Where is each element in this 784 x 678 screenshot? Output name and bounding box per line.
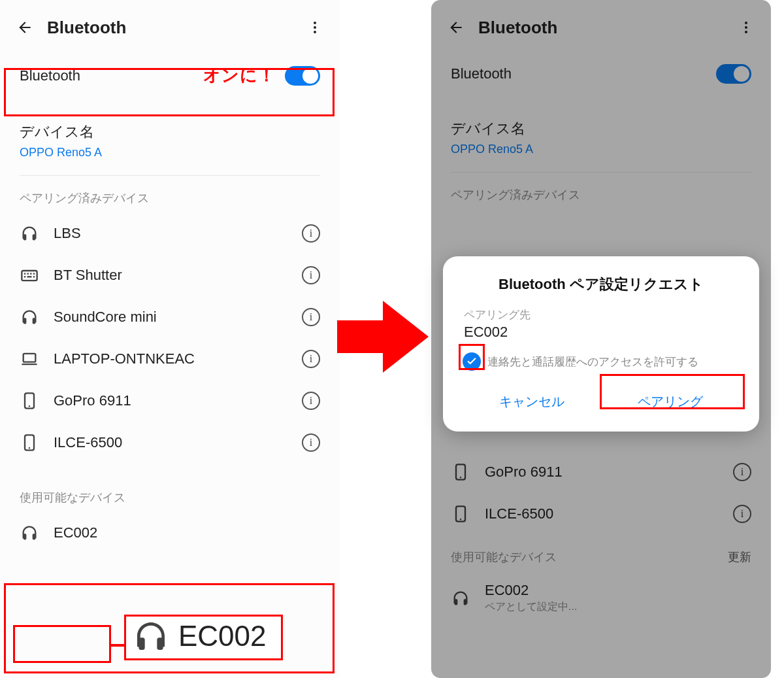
device-row[interactable]: ILCE-6500i	[431, 493, 771, 535]
check-icon	[466, 356, 478, 367]
phone-icon	[20, 433, 39, 452]
header: Bluetooth	[431, 0, 771, 44]
headphones-icon	[20, 524, 39, 542]
device-row[interactable]: ILCE-6500i	[0, 422, 340, 464]
callout-connector	[111, 644, 125, 647]
phone-icon	[451, 463, 470, 481]
device-row[interactable]: EC002	[0, 512, 340, 554]
device-row[interactable]: BT Shutteri	[0, 254, 340, 296]
allow-contacts-checkbox[interactable]	[463, 352, 481, 371]
device-name-heading: デバイス名	[0, 107, 340, 144]
more-button[interactable]	[304, 17, 325, 38]
bluetooth-toggle-row[interactable]: Bluetooth	[431, 44, 771, 103]
arrow-back-icon	[448, 19, 465, 36]
device-info-button[interactable]: i	[733, 505, 751, 523]
callout-device-name: EC002	[178, 620, 267, 653]
device-info-button[interactable]: i	[302, 433, 320, 452]
device-row[interactable]: GoPro 6911i	[431, 451, 771, 493]
paired-heading: ペアリング済みデバイス	[431, 173, 771, 209]
device-name-label: EC002	[54, 524, 320, 541]
page-title: Bluetooth	[47, 18, 293, 38]
page-title: Bluetooth	[478, 18, 724, 38]
device-name-value[interactable]: OPPO Reno5 A	[0, 144, 340, 175]
device-name-label: LBS	[54, 225, 287, 242]
phone-icon	[451, 505, 470, 523]
device-name-label: EC002	[485, 582, 751, 599]
bluetooth-switch[interactable]	[716, 64, 751, 84]
header: Bluetooth	[0, 0, 340, 44]
checkbox-label: 連絡先と通話履歴へのアクセスを許可する	[487, 354, 698, 369]
more-vert-icon	[307, 20, 323, 35]
pairing-dialog: Bluetooth ペア設定リクエスト ペアリング先 EC002 連絡先と通話履…	[443, 256, 759, 432]
right-panel: Bluetooth Bluetooth デバイス名 OPPO Reno5 A ペ…	[431, 0, 771, 678]
device-row[interactable]: LAPTOP-ONTNKEACi	[0, 338, 340, 380]
device-name-heading: デバイス名	[431, 103, 771, 141]
device-info-button[interactable]: i	[302, 350, 320, 368]
headphones-icon	[133, 618, 169, 654]
more-vert-icon	[738, 20, 754, 35]
phone-icon	[20, 392, 39, 410]
device-name-label: LAPTOP-ONTNKEAC	[54, 350, 287, 367]
device-name-label: BT Shutter	[54, 267, 287, 284]
dialog-title: Bluetooth ペア設定リクエスト	[463, 275, 740, 294]
device-info-button[interactable]: i	[302, 224, 320, 243]
device-row[interactable]: GoPro 6911i	[0, 380, 340, 422]
device-name-value[interactable]: OPPO Reno5 A	[431, 141, 771, 172]
left-panel: Bluetooth Bluetooth オンに！ デバイス名 OPPO Reno…	[0, 0, 340, 678]
device-row[interactable]: SoundCore minii	[0, 296, 340, 338]
cancel-button[interactable]: キャンセル	[463, 384, 601, 420]
arrow-icon	[337, 294, 429, 379]
bluetooth-label: Bluetooth	[451, 65, 716, 82]
laptop-icon	[20, 350, 39, 368]
headphones-icon	[20, 308, 39, 326]
device-status-label: ペアとして設定中...	[485, 600, 751, 614]
headphones-icon	[20, 224, 39, 243]
device-row[interactable]: EC002ペアとして設定中...	[431, 570, 771, 626]
device-row[interactable]: LBSi	[0, 212, 340, 254]
refresh-button[interactable]: 更新	[728, 549, 751, 565]
device-info-button[interactable]: i	[302, 308, 320, 326]
paired-heading: ペアリング済みデバイス	[0, 176, 340, 212]
back-button[interactable]	[446, 17, 466, 38]
available-heading: 使用可能なデバイス	[451, 549, 557, 565]
annotation-turn-on: オンに！	[203, 64, 276, 87]
callout-ec002: EC002	[124, 615, 283, 660]
device-name-label: ILCE-6500	[54, 434, 287, 451]
device-info-button[interactable]: i	[302, 392, 320, 410]
device-name-label: GoPro 6911	[485, 464, 719, 481]
back-button[interactable]	[14, 17, 35, 38]
device-name-label: ILCE-6500	[485, 505, 719, 522]
bluetooth-toggle-row[interactable]: Bluetooth オンに！	[0, 44, 340, 107]
pair-button[interactable]: ペアリング	[601, 384, 740, 420]
device-info-button[interactable]: i	[302, 266, 320, 284]
available-heading: 使用可能なデバイス	[0, 464, 340, 512]
bluetooth-label: Bluetooth	[20, 67, 203, 84]
bluetooth-switch[interactable]	[285, 66, 320, 86]
keyboard-icon	[20, 266, 39, 284]
device-name-label: SoundCore mini	[54, 309, 287, 326]
more-button[interactable]	[736, 17, 757, 38]
available-heading-row: 使用可能なデバイス 更新	[431, 535, 771, 570]
dialog-pairing-to-label: ペアリング先	[464, 307, 740, 322]
arrow-back-icon	[16, 19, 33, 36]
device-info-button[interactable]: i	[733, 463, 751, 481]
dialog-device-name: EC002	[464, 324, 740, 341]
device-name-label: GoPro 6911	[54, 392, 287, 409]
headphones-icon	[451, 589, 470, 607]
highlight-ec002-row	[13, 625, 111, 663]
